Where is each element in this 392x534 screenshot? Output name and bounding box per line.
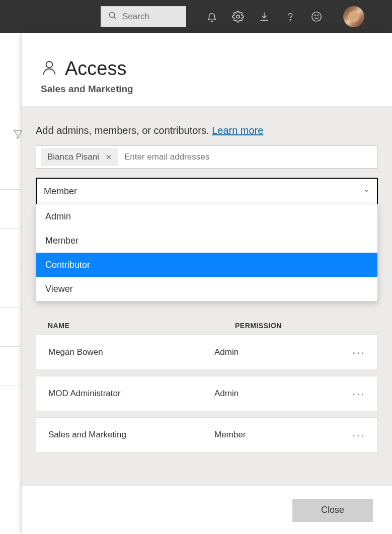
svg-line-1 bbox=[114, 17, 116, 19]
row-name: Sales and Marketing bbox=[48, 430, 214, 440]
row-name: MOD Administrator bbox=[48, 389, 214, 399]
role-option-viewer[interactable]: Viewer bbox=[36, 277, 377, 301]
more-icon[interactable]: ··· bbox=[345, 387, 365, 401]
search-icon bbox=[108, 11, 117, 23]
list-row: Sales and Marketing Member ··· bbox=[36, 417, 378, 452]
email-addresses-field[interactable]: Bianca Pisani bbox=[36, 145, 378, 169]
search-box[interactable] bbox=[101, 6, 186, 27]
chip-remove-icon[interactable] bbox=[104, 152, 113, 162]
list-row: Megan Bowen Admin ··· bbox=[36, 335, 378, 370]
chevron-down-icon bbox=[363, 186, 370, 197]
svg-point-5 bbox=[315, 15, 316, 16]
search-input[interactable] bbox=[122, 12, 179, 22]
role-dropdown: Admin Member Contributor Viewer bbox=[36, 204, 378, 301]
instruction-text: Add admins, members, or contributors. Le… bbox=[36, 125, 378, 136]
list-row: MOD Administrator Admin ··· bbox=[36, 376, 378, 411]
page-title: Access bbox=[65, 58, 126, 80]
avatar[interactable] bbox=[343, 6, 364, 27]
col-name-header: NAME bbox=[48, 322, 235, 330]
person-chip: Bianca Pisani bbox=[41, 148, 118, 166]
person-icon bbox=[41, 57, 58, 80]
top-bar bbox=[0, 0, 392, 33]
more-icon[interactable]: ··· bbox=[345, 428, 365, 442]
svg-point-7 bbox=[46, 61, 53, 68]
chip-label: Bianca Pisani bbox=[47, 152, 99, 162]
row-name: Megan Bowen bbox=[48, 347, 214, 357]
more-icon[interactable]: ··· bbox=[345, 345, 365, 359]
smiley-icon[interactable] bbox=[310, 10, 323, 23]
svg-point-6 bbox=[318, 15, 318, 16]
role-option-contributor[interactable]: Contributor bbox=[36, 253, 377, 277]
panel-header: Access Sales and Marketing bbox=[22, 33, 392, 106]
list-header: NAME PERMISSION bbox=[36, 322, 378, 330]
panel-footer: Close bbox=[22, 486, 392, 534]
help-icon[interactable] bbox=[284, 10, 297, 23]
row-permission: Member bbox=[214, 430, 345, 440]
col-permission-header: PERMISSION bbox=[235, 322, 366, 330]
download-icon[interactable] bbox=[258, 10, 271, 23]
learn-more-link[interactable]: Learn more bbox=[212, 125, 263, 136]
role-select[interactable]: Member bbox=[36, 178, 378, 205]
svg-point-0 bbox=[109, 12, 115, 18]
row-permission: Admin bbox=[214, 347, 345, 357]
row-permission: Admin bbox=[214, 389, 345, 399]
svg-point-2 bbox=[237, 15, 240, 18]
access-panel: Access Sales and Marketing Add admins, m… bbox=[22, 33, 392, 534]
svg-point-4 bbox=[312, 12, 321, 21]
gear-icon[interactable] bbox=[231, 10, 245, 23]
topbar-icons bbox=[205, 10, 323, 23]
svg-point-3 bbox=[290, 20, 290, 20]
notification-icon[interactable] bbox=[205, 10, 218, 23]
role-option-member[interactable]: Member bbox=[36, 228, 377, 253]
email-input[interactable] bbox=[121, 146, 372, 168]
close-button[interactable]: Close bbox=[292, 499, 373, 522]
page-subtitle: Sales and Marketing bbox=[41, 84, 372, 95]
role-select-value: Member bbox=[44, 186, 77, 197]
role-option-admin[interactable]: Admin bbox=[36, 204, 377, 228]
